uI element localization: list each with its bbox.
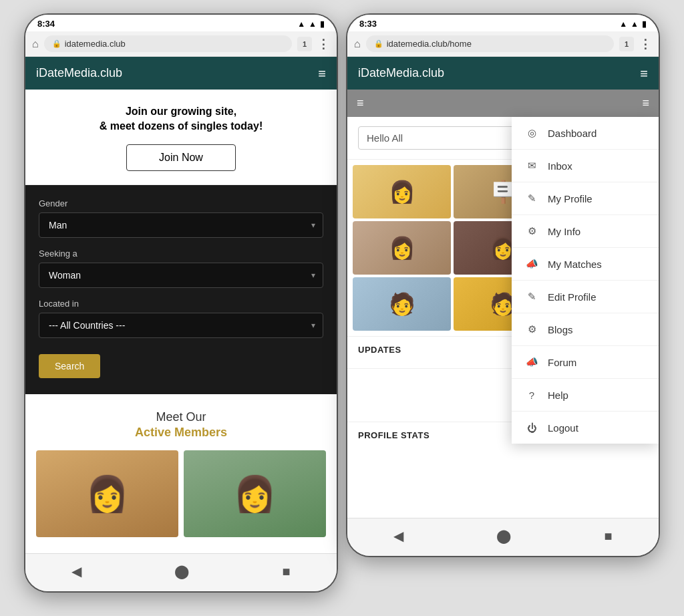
search-form: Gender Man Woman ▾ Seeking a Woman Man ▾…	[25, 185, 337, 394]
dropdown-label-edit-profile: Edit Profile	[548, 291, 596, 303]
gender-select-wrapper: Man Woman ▾	[39, 212, 323, 238]
left-phone: 8:34 ▲ ▲ ▮ ⌂ 🔒 idatemedia.club 1 ⋮ iDate…	[24, 13, 338, 593]
dashboard-icon: ◎	[525, 126, 538, 140]
brand-right: iDateMedia.club	[358, 66, 444, 80]
member-photo-2[interactable]: 👩	[184, 450, 326, 537]
dropdown-label-forum: Forum	[548, 357, 576, 368]
location-select[interactable]: --- All Countries ---	[39, 313, 323, 338]
time-right: 8:33	[359, 19, 377, 29]
url-text-left: idatemedia.club	[65, 39, 126, 49]
dropdown-item-forum[interactable]: 📣 Forum	[512, 346, 659, 379]
status-bar-right: 8:33 ▲ ▲ ▮	[347, 15, 659, 31]
hero-section: Join our growing site, & meet dozens of …	[25, 90, 337, 185]
battery-icon-right: ▮	[642, 19, 647, 29]
dropdown-label-help: Help	[548, 390, 568, 401]
status-icons-right: ▲ ▲ ▮	[619, 19, 647, 29]
secondary-nav: ≡ ≡	[347, 90, 659, 117]
hamburger-icon-left[interactable]: ≡	[318, 67, 326, 80]
my-matches-icon: 📣	[525, 257, 538, 271]
dropdown-item-blogs[interactable]: ⚙ Blogs	[512, 313, 659, 346]
hamburger-icon-right[interactable]: ≡	[640, 67, 648, 80]
lock-icon: 🔒	[52, 39, 61, 48]
signal-icon: ▲	[309, 19, 317, 29]
member-photo-1[interactable]: 👩	[36, 450, 178, 537]
members-section: Meet Our Active Members 👩 👩	[25, 394, 337, 553]
browser-home-icon-right[interactable]: ⌂	[354, 38, 361, 50]
time-left: 8:34	[37, 19, 55, 29]
seeking-select[interactable]: Woman Man	[39, 263, 323, 288]
seeking-select-wrapper: Woman Man ▾	[39, 263, 323, 288]
app-navbar-right: iDateMedia.club ≡	[347, 57, 659, 90]
logout-icon: ⏻	[525, 421, 538, 434]
my-info-icon: ⚙	[525, 224, 538, 238]
location-select-wrapper: --- All Countries --- ▾	[39, 313, 323, 338]
member-face-2: 👩	[233, 474, 277, 514]
app-navbar-left: iDateMedia.club ≡	[25, 57, 337, 90]
home-button-left[interactable]: ⬤	[161, 561, 202, 582]
lock-icon-right: 🔒	[374, 39, 383, 48]
recent-button-left[interactable]: ■	[269, 561, 303, 582]
dropdown-label-my-info: My Info	[548, 226, 580, 237]
edit-profile-icon: ✎	[525, 290, 538, 303]
hero-line2: & meet dozens of singles today!	[39, 120, 323, 132]
dropdown-item-my-profile[interactable]: ✎ My Profile	[512, 182, 659, 215]
members-subtitle: Active Members	[36, 426, 326, 440]
search-button[interactable]: Search	[39, 354, 100, 378]
brand-left: iDateMedia.club	[36, 66, 122, 80]
location-group: Located in --- All Countries --- ▾	[39, 299, 323, 338]
gender-select[interactable]: Man Woman	[39, 212, 323, 238]
hero-line1: Join our growing site,	[39, 106, 323, 118]
dropdown-item-edit-profile[interactable]: ✎ Edit Profile	[512, 281, 659, 313]
members-grid: 👩 👩	[36, 450, 326, 537]
browser-home-icon[interactable]: ⌂	[32, 38, 39, 50]
dropdown-item-inbox[interactable]: ✉ Inbox	[512, 150, 659, 182]
url-bar-right[interactable]: 🔒 idatemedia.club/home	[366, 35, 614, 52]
dropdown-item-logout[interactable]: ⏻ Logout	[512, 412, 659, 444]
photo-cell-4[interactable]: 👩	[353, 221, 451, 275]
dropdown-item-my-matches[interactable]: 📣 My Matches	[512, 248, 659, 281]
signal-icon-right: ▲	[631, 19, 639, 29]
back-button-right[interactable]: ◀	[380, 525, 417, 547]
recent-button-right[interactable]: ■	[590, 526, 625, 547]
inbox-icon: ✉	[525, 159, 538, 172]
dropdown-label-my-matches: My Matches	[548, 259, 602, 270]
secondary-ham-left[interactable]: ≡	[357, 96, 364, 110]
photo-cell-7[interactable]: 🧑	[353, 277, 451, 331]
status-icons-left: ▲ ▲ ▮	[297, 19, 325, 29]
dropdown-item-my-info[interactable]: ⚙ My Info	[512, 215, 659, 248]
tab-count-left[interactable]: 1	[297, 37, 312, 51]
dropdown-item-dashboard[interactable]: ◎ Dashboard	[512, 117, 659, 150]
browser-menu-right[interactable]: ⋮	[639, 37, 652, 51]
join-now-button[interactable]: Join Now	[126, 144, 236, 171]
dropdown-label-inbox: Inbox	[548, 160, 572, 172]
main-area: 👩 🪧 👩 👩 👩 👩 🧑 🧑 👩 UPDATES PROFILE STATS …	[347, 117, 659, 518]
photo-face-1: 👩	[389, 181, 415, 202]
photo-face-4: 👩	[389, 237, 415, 259]
bottom-nav-left: ◀ ⬤ ■	[25, 553, 337, 591]
seeking-group: Seeking a Woman Man ▾	[39, 249, 323, 288]
bottom-nav-right: ◀ ⬤ ■	[347, 518, 659, 556]
url-bar-left[interactable]: 🔒 idatemedia.club	[44, 35, 292, 52]
dropdown-item-help[interactable]: ? Help	[512, 379, 659, 412]
gender-group: Gender Man Woman ▾	[39, 198, 323, 238]
members-title: Meet Our	[36, 410, 326, 424]
battery-icon: ▮	[320, 19, 325, 29]
wifi-icon-right: ▲	[619, 19, 627, 29]
seeking-label: Seeking a	[39, 249, 323, 259]
wifi-icon: ▲	[297, 19, 305, 29]
url-text-right: idatemedia.club/home	[387, 39, 472, 49]
dropdown-label-blogs: Blogs	[548, 324, 573, 335]
browser-bar-right: ⌂ 🔒 idatemedia.club/home 1 ⋮	[347, 31, 659, 57]
photo-face-7: 🧑	[389, 293, 415, 315]
secondary-ham-right[interactable]: ≡	[642, 96, 649, 110]
my-profile-icon: ✎	[525, 192, 538, 205]
forum-icon: 📣	[525, 355, 538, 369]
browser-menu-left[interactable]: ⋮	[317, 37, 330, 51]
tab-count-right[interactable]: 1	[619, 37, 634, 51]
photo-cell-1[interactable]: 👩	[353, 165, 451, 218]
back-button-left[interactable]: ◀	[58, 561, 95, 582]
gender-label: Gender	[39, 198, 323, 208]
home-button-right[interactable]: ⬤	[483, 525, 524, 547]
right-phone: 8:33 ▲ ▲ ▮ ⌂ 🔒 idatemedia.club/home 1 ⋮ …	[346, 13, 660, 557]
status-bar-left: 8:34 ▲ ▲ ▮	[25, 15, 337, 31]
